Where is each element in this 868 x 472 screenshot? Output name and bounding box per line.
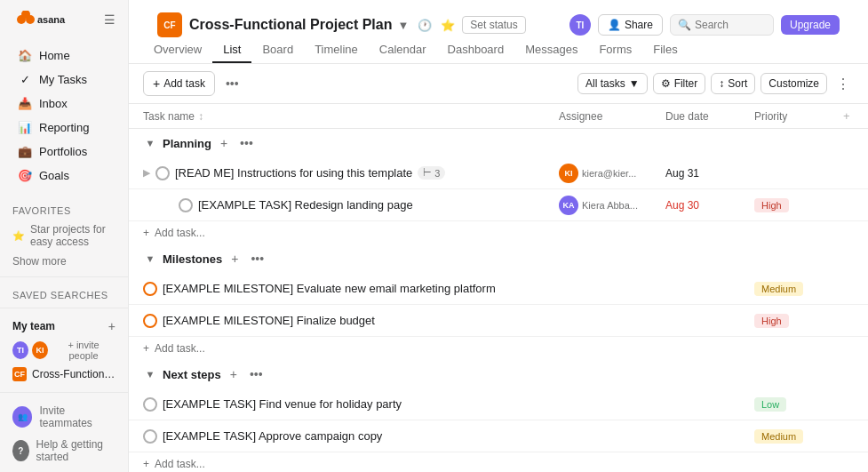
tab-messages[interactable]: Messages bbox=[514, 37, 588, 63]
task-name: [READ ME] Instructions for using this te… bbox=[175, 166, 412, 180]
task-name: [EXAMPLE MILESTONE] Finalize budget bbox=[163, 314, 375, 327]
sidebar-item-reporting[interactable]: 📊 Reporting bbox=[5, 116, 123, 139]
task-checkbox[interactable] bbox=[143, 282, 157, 296]
sidebar-item-help[interactable]: ? Help & getting started bbox=[0, 434, 128, 468]
task-duedate-cell: Aug 31 bbox=[658, 162, 747, 185]
sidebar-item-goals-label: Goals bbox=[39, 169, 69, 182]
toolbar-extra-button[interactable]: ⋮ bbox=[832, 72, 854, 96]
star-icon: ⭐ bbox=[12, 230, 25, 242]
sidebar-item-home-label: Home bbox=[39, 49, 70, 62]
add-task-button[interactable]: + Add task bbox=[143, 71, 215, 96]
project-icon-text: CF bbox=[163, 20, 175, 30]
next-steps-collapse-button[interactable]: ▼ bbox=[143, 369, 157, 380]
task-checkbox[interactable] bbox=[143, 314, 157, 328]
share-button[interactable]: 👤 Share bbox=[598, 14, 663, 36]
filter-label: Filter bbox=[674, 77, 698, 90]
task-assignee-cell: KI kiera@kier... bbox=[552, 158, 658, 188]
task-extra-cell bbox=[836, 284, 868, 294]
my-team-section: My team + TI KI + invite people CF Cross… bbox=[0, 308, 128, 392]
project-star-button[interactable]: ⭐ bbox=[439, 17, 457, 34]
sidebar-item-star-projects[interactable]: ⭐ Star projects for easy access bbox=[0, 220, 128, 252]
planning-collapse-button[interactable]: ▼ bbox=[143, 138, 157, 148]
all-tasks-button[interactable]: All tasks ▼ bbox=[577, 73, 648, 94]
team-avatar-2: KI bbox=[32, 341, 48, 359]
task-checkbox[interactable] bbox=[143, 429, 157, 444]
add-team-button[interactable]: + bbox=[108, 319, 115, 333]
planning-add-task-row[interactable]: + Add task... bbox=[129, 221, 868, 244]
share-icon: 👤 bbox=[608, 19, 621, 31]
customize-button[interactable]: Customize bbox=[760, 73, 827, 94]
task-checkbox[interactable] bbox=[143, 397, 157, 412]
project-title-actions: ▼ 🕐 ⭐ Set status bbox=[395, 16, 525, 34]
task-assignee-cell bbox=[552, 316, 658, 326]
section-milestones-header[interactable]: ▼ Milestones + ••• bbox=[129, 244, 868, 273]
sort-button[interactable]: ↕ Sort bbox=[711, 73, 755, 94]
subtask-count-badge: ⊢ 3 bbox=[418, 166, 445, 180]
tab-overview[interactable]: Overview bbox=[143, 37, 212, 63]
section-next-steps: ▼ Next steps + ••• [EXAMPLE TASK] Find v… bbox=[129, 360, 868, 472]
next-steps-more-button[interactable]: ••• bbox=[246, 367, 267, 381]
tab-dashboard[interactable]: Dashboard bbox=[437, 37, 515, 63]
invite-people-button[interactable]: + invite people bbox=[52, 339, 115, 362]
sidebar-item-my-tasks[interactable]: ✓ My Tasks bbox=[5, 68, 123, 91]
task-expand-button[interactable]: ▶ bbox=[143, 167, 150, 179]
planning-section-title: Planning bbox=[163, 137, 211, 150]
sidebar-item-invite-teammates[interactable]: 👥 Invite teammates bbox=[0, 400, 128, 434]
task-priority-cell: High bbox=[747, 308, 836, 333]
priority-badge: Medium bbox=[754, 282, 803, 296]
add-task-row-label: Add task... bbox=[155, 342, 205, 355]
tab-board[interactable]: Board bbox=[251, 37, 304, 63]
task-priority-cell: Low bbox=[747, 392, 836, 417]
tab-files[interactable]: Files bbox=[642, 37, 688, 63]
priority-badge: High bbox=[754, 198, 789, 212]
search-box: 🔍 bbox=[670, 14, 774, 36]
table-header: Task name ↕ Assignee Due date Priority + bbox=[129, 104, 868, 129]
task-name-cell: [EXAMPLE MILESTONE] Finalize budget bbox=[129, 308, 552, 333]
table-row: [EXAMPLE MILESTONE] Evaluate new email m… bbox=[129, 273, 868, 305]
sidebar-collapse-button[interactable]: ☰ bbox=[104, 12, 115, 27]
section-planning-header[interactable]: ▼ Planning + ••• bbox=[129, 129, 868, 157]
column-add-button[interactable]: + bbox=[836, 104, 868, 128]
task-name: [EXAMPLE MILESTONE] Evaluate new email m… bbox=[163, 282, 496, 295]
task-priority-cell: Medium bbox=[747, 276, 836, 301]
column-header-due-date: Due date bbox=[658, 105, 747, 128]
check-icon: ✓ bbox=[18, 72, 32, 86]
milestones-add-button[interactable]: + bbox=[227, 252, 242, 266]
task-checkbox[interactable] bbox=[155, 166, 170, 180]
milestones-more-button[interactable]: ••• bbox=[247, 252, 267, 266]
task-assignee-cell bbox=[552, 431, 658, 442]
search-icon: 🔍 bbox=[678, 19, 691, 31]
milestones-add-task-row[interactable]: + Add task... bbox=[129, 337, 868, 360]
filter-icon: ⚙ bbox=[661, 77, 671, 90]
task-checkbox[interactable] bbox=[179, 198, 193, 212]
search-input[interactable] bbox=[695, 19, 766, 31]
toolbar-more-button[interactable]: ••• bbox=[222, 73, 243, 94]
tab-timeline[interactable]: Timeline bbox=[304, 37, 369, 63]
set-status-button[interactable]: Set status bbox=[462, 16, 525, 34]
sidebar-item-inbox[interactable]: 📥 Inbox bbox=[5, 92, 123, 115]
sidebar-item-portfolios[interactable]: 💼 Portfolios bbox=[5, 140, 123, 163]
planning-add-milestone-button[interactable]: + bbox=[217, 136, 231, 150]
sidebar-item-goals[interactable]: 🎯 Goals bbox=[5, 164, 123, 187]
invite-teammates-label: Invite teammates bbox=[39, 404, 115, 429]
sidebar-item-home[interactable]: 🏠 Home bbox=[5, 44, 123, 67]
filter-button[interactable]: ⚙ Filter bbox=[653, 73, 706, 94]
task-duedate-cell: Aug 30 bbox=[658, 194, 747, 217]
sidebar-favorites-section: Favorites ⭐ Star projects for easy acces… bbox=[0, 191, 128, 276]
project-dropdown-button[interactable]: ▼ bbox=[395, 17, 410, 34]
section-next-steps-header[interactable]: ▼ Next steps + ••• bbox=[129, 360, 868, 388]
share-label: Share bbox=[625, 19, 653, 31]
milestones-collapse-button[interactable]: ▼ bbox=[143, 253, 157, 264]
sidebar-project-cross-functional[interactable]: CF Cross-Functional Proj... bbox=[0, 364, 128, 385]
tab-calendar[interactable]: Calendar bbox=[369, 37, 437, 63]
planning-more-button[interactable]: ••• bbox=[236, 136, 257, 150]
next-steps-add-button[interactable]: + bbox=[227, 367, 241, 381]
task-extra-cell bbox=[836, 399, 868, 410]
tab-forms[interactable]: Forms bbox=[588, 37, 642, 63]
tab-list[interactable]: List bbox=[212, 37, 251, 63]
sidebar-item-show-more[interactable]: Show more bbox=[0, 252, 128, 271]
project-history-button[interactable]: 🕐 bbox=[416, 17, 434, 34]
next-steps-add-task-row[interactable]: + Add task... bbox=[129, 452, 868, 472]
upgrade-button[interactable]: Upgrade bbox=[781, 15, 840, 35]
invite-teammates-avatar: 👥 bbox=[12, 406, 32, 428]
